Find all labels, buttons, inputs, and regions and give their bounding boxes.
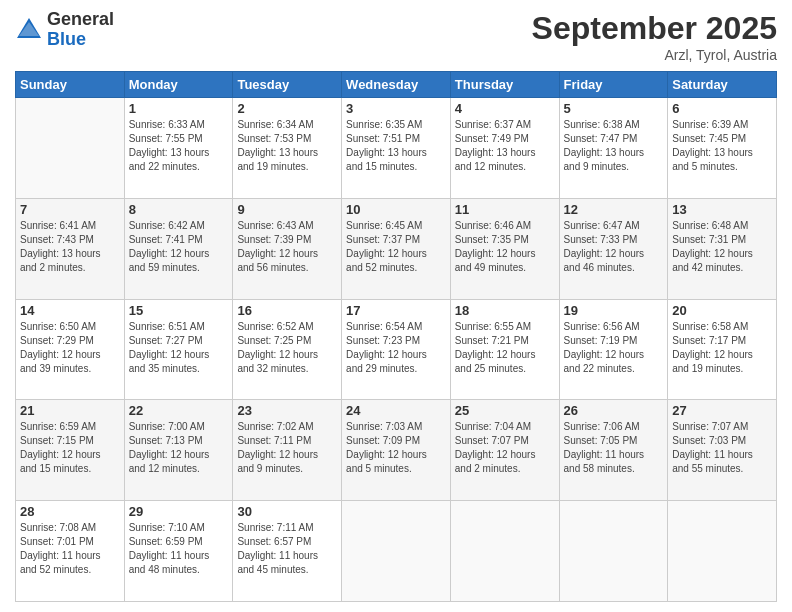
calendar-cell: 19Sunrise: 6:56 AM Sunset: 7:19 PM Dayli… [559, 299, 668, 400]
calendar-cell: 6Sunrise: 6:39 AM Sunset: 7:45 PM Daylig… [668, 98, 777, 199]
day-number: 27 [672, 403, 772, 418]
day-info: Sunrise: 7:00 AM Sunset: 7:13 PM Dayligh… [129, 420, 229, 476]
logo-general: General [47, 10, 114, 30]
logo-blue: Blue [47, 30, 114, 50]
day-number: 3 [346, 101, 446, 116]
day-info: Sunrise: 7:07 AM Sunset: 7:03 PM Dayligh… [672, 420, 772, 476]
title-area: September 2025 Arzl, Tyrol, Austria [532, 10, 777, 63]
day-info: Sunrise: 6:56 AM Sunset: 7:19 PM Dayligh… [564, 320, 664, 376]
day-info: Sunrise: 7:06 AM Sunset: 7:05 PM Dayligh… [564, 420, 664, 476]
calendar-cell: 20Sunrise: 6:58 AM Sunset: 7:17 PM Dayli… [668, 299, 777, 400]
day-number: 30 [237, 504, 337, 519]
day-info: Sunrise: 6:58 AM Sunset: 7:17 PM Dayligh… [672, 320, 772, 376]
calendar-cell: 27Sunrise: 7:07 AM Sunset: 7:03 PM Dayli… [668, 400, 777, 501]
calendar-week-row: 28Sunrise: 7:08 AM Sunset: 7:01 PM Dayli… [16, 501, 777, 602]
calendar-cell [342, 501, 451, 602]
svg-marker-1 [19, 22, 39, 36]
calendar-week-row: 14Sunrise: 6:50 AM Sunset: 7:29 PM Dayli… [16, 299, 777, 400]
day-number: 11 [455, 202, 555, 217]
calendar-cell: 15Sunrise: 6:51 AM Sunset: 7:27 PM Dayli… [124, 299, 233, 400]
weekday-header-row: SundayMondayTuesdayWednesdayThursdayFrid… [16, 72, 777, 98]
weekday-header-thursday: Thursday [450, 72, 559, 98]
day-number: 28 [20, 504, 120, 519]
month-title: September 2025 [532, 10, 777, 47]
day-info: Sunrise: 6:59 AM Sunset: 7:15 PM Dayligh… [20, 420, 120, 476]
calendar-cell: 11Sunrise: 6:46 AM Sunset: 7:35 PM Dayli… [450, 198, 559, 299]
day-number: 12 [564, 202, 664, 217]
calendar-cell [559, 501, 668, 602]
day-info: Sunrise: 6:37 AM Sunset: 7:49 PM Dayligh… [455, 118, 555, 174]
day-info: Sunrise: 6:39 AM Sunset: 7:45 PM Dayligh… [672, 118, 772, 174]
day-info: Sunrise: 6:46 AM Sunset: 7:35 PM Dayligh… [455, 219, 555, 275]
day-number: 10 [346, 202, 446, 217]
calendar-cell [16, 98, 125, 199]
calendar-cell: 9Sunrise: 6:43 AM Sunset: 7:39 PM Daylig… [233, 198, 342, 299]
calendar-cell: 12Sunrise: 6:47 AM Sunset: 7:33 PM Dayli… [559, 198, 668, 299]
calendar-cell: 24Sunrise: 7:03 AM Sunset: 7:09 PM Dayli… [342, 400, 451, 501]
day-info: Sunrise: 6:38 AM Sunset: 7:47 PM Dayligh… [564, 118, 664, 174]
day-info: Sunrise: 6:45 AM Sunset: 7:37 PM Dayligh… [346, 219, 446, 275]
calendar-week-row: 1Sunrise: 6:33 AM Sunset: 7:55 PM Daylig… [16, 98, 777, 199]
day-number: 9 [237, 202, 337, 217]
weekday-header-sunday: Sunday [16, 72, 125, 98]
calendar-cell: 23Sunrise: 7:02 AM Sunset: 7:11 PM Dayli… [233, 400, 342, 501]
day-info: Sunrise: 6:41 AM Sunset: 7:43 PM Dayligh… [20, 219, 120, 275]
calendar-cell: 3Sunrise: 6:35 AM Sunset: 7:51 PM Daylig… [342, 98, 451, 199]
calendar-page: General Blue September 2025 Arzl, Tyrol,… [0, 0, 792, 612]
calendar-cell: 7Sunrise: 6:41 AM Sunset: 7:43 PM Daylig… [16, 198, 125, 299]
day-number: 6 [672, 101, 772, 116]
calendar-cell: 10Sunrise: 6:45 AM Sunset: 7:37 PM Dayli… [342, 198, 451, 299]
weekday-header-saturday: Saturday [668, 72, 777, 98]
calendar-cell: 29Sunrise: 7:10 AM Sunset: 6:59 PM Dayli… [124, 501, 233, 602]
calendar-table: SundayMondayTuesdayWednesdayThursdayFrid… [15, 71, 777, 602]
day-info: Sunrise: 6:54 AM Sunset: 7:23 PM Dayligh… [346, 320, 446, 376]
day-number: 7 [20, 202, 120, 217]
weekday-header-tuesday: Tuesday [233, 72, 342, 98]
calendar-cell: 1Sunrise: 6:33 AM Sunset: 7:55 PM Daylig… [124, 98, 233, 199]
day-number: 4 [455, 101, 555, 116]
page-header: General Blue September 2025 Arzl, Tyrol,… [15, 10, 777, 63]
day-info: Sunrise: 7:02 AM Sunset: 7:11 PM Dayligh… [237, 420, 337, 476]
day-info: Sunrise: 6:48 AM Sunset: 7:31 PM Dayligh… [672, 219, 772, 275]
day-number: 21 [20, 403, 120, 418]
day-number: 13 [672, 202, 772, 217]
day-number: 26 [564, 403, 664, 418]
calendar-cell: 26Sunrise: 7:06 AM Sunset: 7:05 PM Dayli… [559, 400, 668, 501]
day-number: 23 [237, 403, 337, 418]
day-info: Sunrise: 6:33 AM Sunset: 7:55 PM Dayligh… [129, 118, 229, 174]
calendar-cell: 8Sunrise: 6:42 AM Sunset: 7:41 PM Daylig… [124, 198, 233, 299]
calendar-cell: 25Sunrise: 7:04 AM Sunset: 7:07 PM Dayli… [450, 400, 559, 501]
calendar-cell: 5Sunrise: 6:38 AM Sunset: 7:47 PM Daylig… [559, 98, 668, 199]
day-info: Sunrise: 7:08 AM Sunset: 7:01 PM Dayligh… [20, 521, 120, 577]
day-info: Sunrise: 6:52 AM Sunset: 7:25 PM Dayligh… [237, 320, 337, 376]
day-info: Sunrise: 6:51 AM Sunset: 7:27 PM Dayligh… [129, 320, 229, 376]
day-number: 25 [455, 403, 555, 418]
day-info: Sunrise: 6:55 AM Sunset: 7:21 PM Dayligh… [455, 320, 555, 376]
calendar-cell: 2Sunrise: 6:34 AM Sunset: 7:53 PM Daylig… [233, 98, 342, 199]
day-info: Sunrise: 7:04 AM Sunset: 7:07 PM Dayligh… [455, 420, 555, 476]
location: Arzl, Tyrol, Austria [532, 47, 777, 63]
calendar-cell: 28Sunrise: 7:08 AM Sunset: 7:01 PM Dayli… [16, 501, 125, 602]
day-info: Sunrise: 7:03 AM Sunset: 7:09 PM Dayligh… [346, 420, 446, 476]
calendar-cell: 18Sunrise: 6:55 AM Sunset: 7:21 PM Dayli… [450, 299, 559, 400]
logo: General Blue [15, 10, 114, 50]
calendar-cell: 17Sunrise: 6:54 AM Sunset: 7:23 PM Dayli… [342, 299, 451, 400]
day-number: 2 [237, 101, 337, 116]
day-number: 22 [129, 403, 229, 418]
logo-text: General Blue [47, 10, 114, 50]
day-number: 15 [129, 303, 229, 318]
weekday-header-friday: Friday [559, 72, 668, 98]
day-number: 17 [346, 303, 446, 318]
calendar-cell: 4Sunrise: 6:37 AM Sunset: 7:49 PM Daylig… [450, 98, 559, 199]
calendar-cell: 14Sunrise: 6:50 AM Sunset: 7:29 PM Dayli… [16, 299, 125, 400]
logo-icon [15, 16, 43, 44]
weekday-header-wednesday: Wednesday [342, 72, 451, 98]
day-info: Sunrise: 6:34 AM Sunset: 7:53 PM Dayligh… [237, 118, 337, 174]
calendar-cell: 13Sunrise: 6:48 AM Sunset: 7:31 PM Dayli… [668, 198, 777, 299]
calendar-week-row: 21Sunrise: 6:59 AM Sunset: 7:15 PM Dayli… [16, 400, 777, 501]
calendar-week-row: 7Sunrise: 6:41 AM Sunset: 7:43 PM Daylig… [16, 198, 777, 299]
day-number: 20 [672, 303, 772, 318]
calendar-cell: 22Sunrise: 7:00 AM Sunset: 7:13 PM Dayli… [124, 400, 233, 501]
day-info: Sunrise: 7:10 AM Sunset: 6:59 PM Dayligh… [129, 521, 229, 577]
day-info: Sunrise: 6:42 AM Sunset: 7:41 PM Dayligh… [129, 219, 229, 275]
